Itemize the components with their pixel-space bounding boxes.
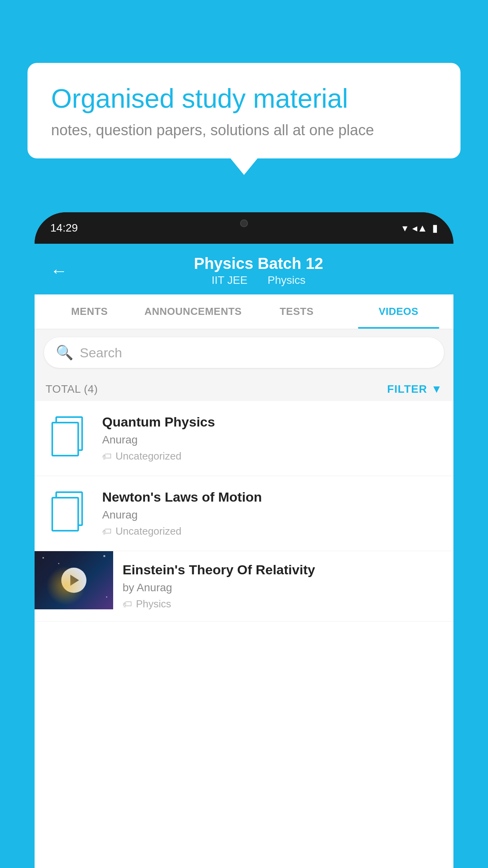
glow-circle: [46, 566, 86, 605]
filter-label: FILTER: [387, 383, 427, 395]
signal-icon: ◂▲: [412, 222, 427, 234]
video-tag-quantum: 🏷 Uncategorized: [102, 450, 442, 462]
tag-label-einstein: Physics: [136, 598, 171, 610]
video-info-quantum: Quantum Physics Anurag 🏷 Uncategorized: [102, 414, 442, 462]
filter-bar: TOTAL (4) FILTER ▼: [35, 376, 453, 401]
video-title-newton: Newton's Laws of Motion: [102, 489, 442, 505]
filter-icon: ▼: [431, 383, 442, 395]
tab-tests[interactable]: TESTS: [246, 294, 347, 329]
total-label: TOTAL (4): [46, 383, 98, 395]
search-placeholder: Search: [80, 345, 122, 360]
app-header-center: Physics Batch 12 IIT JEE Physics: [79, 255, 438, 287]
wifi-icon: ▾: [402, 222, 407, 234]
star: [106, 596, 107, 598]
tag-label-newton: Uncategorized: [116, 525, 182, 537]
battery-icon: ▮: [432, 222, 438, 234]
video-thumb-newton: [46, 489, 93, 537]
subtitle-right: Physics: [268, 274, 305, 286]
speech-bubble-title: Organised study material: [51, 83, 437, 115]
video-info-einstein: Einstein's Theory Of Relativity by Anura…: [113, 551, 453, 621]
search-container: 🔍 Search: [35, 329, 453, 376]
video-thumbnail-einstein: [35, 551, 113, 609]
tab-videos[interactable]: VIDEOS: [348, 294, 449, 329]
tab-ments[interactable]: MENTS: [39, 294, 140, 329]
video-info-newton: Newton's Laws of Motion Anurag 🏷 Uncateg…: [102, 489, 442, 537]
speech-bubble-container: Organised study material notes, question…: [28, 63, 460, 158]
app-content: ← Physics Batch 12 IIT JEE Physics MENTS…: [35, 244, 453, 868]
tag-label-quantum: Uncategorized: [116, 450, 182, 462]
video-tag-newton: 🏷 Uncategorized: [102, 525, 442, 537]
video-author-newton: Anurag: [102, 509, 442, 521]
doc-front: [51, 422, 79, 456]
app-header-title: Physics Batch 12: [79, 255, 438, 272]
video-thumb-quantum: [46, 414, 93, 462]
app-header: ← Physics Batch 12 IIT JEE Physics: [35, 244, 453, 294]
phone-status-bar: 14:29 ▾ ◂▲ ▮: [35, 212, 453, 244]
search-bar[interactable]: 🔍 Search: [44, 337, 444, 368]
tag-icon-einstein: 🏷: [123, 599, 132, 610]
phone-notch: [216, 212, 272, 234]
video-item-newton[interactable]: Newton's Laws of Motion Anurag 🏷 Uncateg…: [35, 476, 453, 551]
search-icon: 🔍: [56, 344, 73, 361]
app-header-subtitle: IIT JEE Physics: [79, 274, 438, 287]
star: [42, 557, 44, 559]
video-item-quantum[interactable]: Quantum Physics Anurag 🏷 Uncategorized: [35, 401, 453, 476]
filter-button[interactable]: FILTER ▼: [387, 383, 442, 395]
video-item-einstein[interactable]: Einstein's Theory Of Relativity by Anura…: [35, 551, 453, 622]
speech-bubble-subtitle: notes, question papers, solutions all at…: [51, 122, 437, 139]
video-author-einstein: by Anurag: [123, 581, 444, 594]
doc-front-newton: [51, 497, 79, 531]
tag-icon-newton: 🏷: [102, 526, 112, 537]
phone-frame: 14:29 ▾ ◂▲ ▮ ← Physics Batch 12 IIT JEE …: [35, 212, 453, 868]
video-tag-einstein: 🏷 Physics: [123, 598, 444, 610]
back-button[interactable]: ←: [50, 261, 68, 281]
star: [58, 563, 59, 564]
speech-bubble: Organised study material notes, question…: [28, 63, 460, 158]
document-icon-newton: [51, 491, 87, 535]
phone-status-icons: ▾ ◂▲ ▮: [402, 222, 438, 234]
video-author-quantum: Anurag: [102, 434, 442, 446]
star: [103, 555, 105, 557]
tab-announcements[interactable]: ANNOUNCEMENTS: [140, 294, 246, 329]
video-list: Quantum Physics Anurag 🏷 Uncategorized: [35, 401, 453, 622]
phone-time: 14:29: [50, 222, 78, 234]
tag-icon: 🏷: [102, 451, 112, 462]
video-title-quantum: Quantum Physics: [102, 414, 442, 430]
subtitle-left: IIT JEE: [212, 274, 248, 286]
document-icon: [51, 416, 87, 460]
phone-camera: [240, 219, 248, 227]
video-title-einstein: Einstein's Theory Of Relativity: [123, 562, 444, 577]
tabs-bar: MENTS ANNOUNCEMENTS TESTS VIDEOS: [35, 294, 453, 329]
